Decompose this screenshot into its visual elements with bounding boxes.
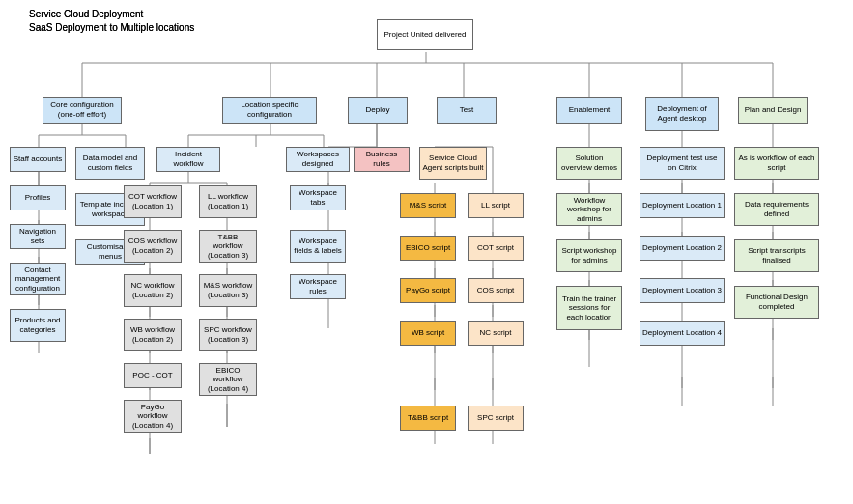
node-products-categories: Products and categories — [10, 309, 66, 342]
node-navigation-sets: Navigation sets — [10, 224, 66, 249]
node-workspace-tabs: Workspace tabs — [290, 185, 346, 210]
node-as-is-workflow: As is workflow of each script — [734, 147, 819, 180]
node-staff-accounts: Staff accounts — [10, 147, 66, 172]
node-business-rules: Business rules — [354, 147, 410, 172]
node-cos-script: COS script — [468, 278, 524, 303]
node-workspace-rules: Workspace rules — [290, 274, 346, 299]
node-cot-script: COT script — [468, 236, 524, 261]
title-line2: SaaS Deployment to Multiple locations — [29, 21, 194, 35]
node-plan-design: Plan and Design — [738, 97, 808, 124]
node-poc-cot: POC - COT — [124, 363, 182, 388]
node-deployment-loc2: Deployment Location 2 — [640, 236, 725, 261]
node-spc-workflow-3: SPC workflow (Location 3) — [199, 319, 257, 351]
node-tbb-workflow-3: T&BB workflow (Location 3) — [199, 230, 257, 263]
title-line1: Service Cloud Deployment — [29, 8, 194, 21]
node-deployment-loc1: Deployment Location 1 — [640, 193, 725, 218]
node-contact-mgmt: Contact management configuration — [10, 263, 66, 295]
node-ll-script: LL script — [468, 193, 524, 218]
node-functional-design: Functional Design completed — [734, 286, 819, 319]
title-area: Service Cloud Deployment SaaS Deployment… — [29, 8, 194, 35]
node-deployment-loc3: Deployment Location 3 — [640, 278, 725, 303]
node-workspace-fields: Workspace fields & labels — [290, 230, 346, 263]
node-incident-workflow: Incident workflow — [156, 147, 220, 172]
node-train-trainer: Train the trainer sessions for each loca… — [556, 286, 622, 330]
node-workflow-workshop-admins: Workflow workshop for admins — [556, 193, 622, 226]
node-deployment-test-citrix: Deployment test use on Citrix — [640, 147, 725, 180]
node-profiles: Profiles — [10, 185, 66, 210]
node-deployment-agent: Deployment of Agent desktop — [645, 97, 719, 131]
node-cot-workflow-1: COT workflow (Location 1) — [124, 185, 182, 218]
node-project-united: Project United delivered — [377, 19, 473, 50]
node-solution-overview: Solution overview demos — [556, 147, 622, 180]
node-deployment-loc4: Deployment Location 4 — [640, 321, 725, 346]
node-nc-script: NC script — [468, 321, 524, 346]
node-service-cloud-agent: Service Cloud Agent scripts built — [419, 147, 487, 180]
node-wb-script: WB script — [400, 321, 456, 346]
node-paygo-script: PayGo script — [400, 278, 456, 303]
node-tbb-script: T&BB script — [400, 406, 456, 431]
node-cos-workflow-2: COS workflow (Location 2) — [124, 230, 182, 263]
node-test: Test — [437, 97, 497, 124]
node-ms-script: M&S script — [400, 193, 456, 218]
node-ebico-script: EBICO script — [400, 236, 456, 261]
node-script-transcripts: Script transcripts finalised — [734, 239, 819, 272]
node-core-config: Core configuration (one-off effort) — [43, 97, 122, 124]
node-ll-workflow-1: LL workflow (Location 1) — [199, 185, 257, 218]
node-script-workshop-admins: Script workshop for admins — [556, 239, 622, 272]
node-spc-script: SPC script — [468, 406, 524, 431]
node-ms-workflow-3: M&S workflow (Location 3) — [199, 274, 257, 307]
node-data-model: Data model and custom fields — [75, 147, 145, 180]
node-ebico-workflow-4: EBICO workflow (Location 4) — [199, 363, 257, 396]
node-nc-workflow-2: NC workflow (Location 2) — [124, 274, 182, 307]
node-deploy: Deploy — [348, 97, 408, 124]
node-paygo-workflow-4: PayGo workflow (Location 4) — [124, 400, 182, 433]
node-workspaces-designed: Workspaces designed — [286, 147, 350, 172]
node-location-specific: Location specific configuration — [222, 97, 317, 124]
node-wb-workflow-2: WB workflow (Location 2) — [124, 319, 182, 351]
node-data-requirements: Data requirements defined — [734, 193, 819, 226]
node-enablement: Enablement — [556, 97, 622, 124]
page-container: Service Cloud Deployment SaaS Deployment… — [0, 0, 853, 504]
